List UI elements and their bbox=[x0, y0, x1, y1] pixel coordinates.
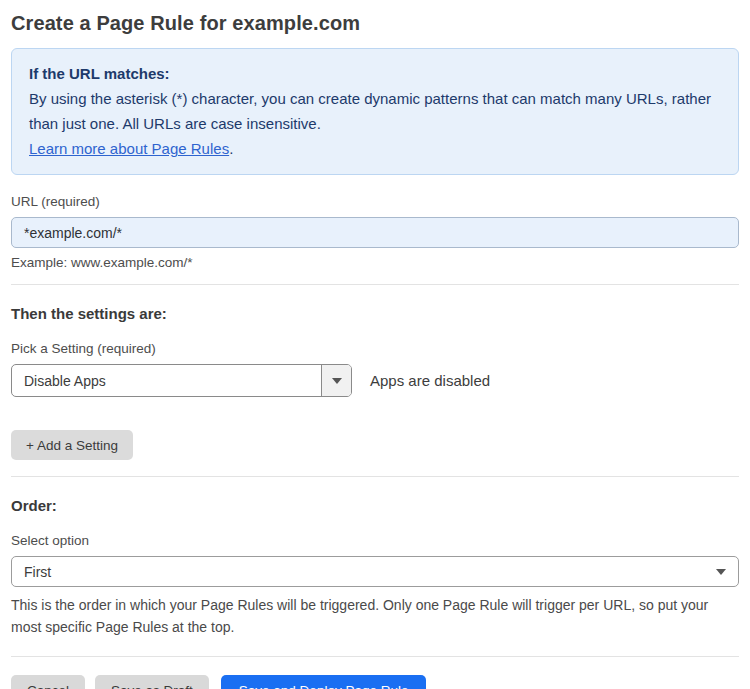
setting-row: Disable Apps Apps are disabled bbox=[11, 364, 739, 397]
info-box-body: By using the asterisk (*) character, you… bbox=[29, 86, 721, 136]
info-box-heading: If the URL matches: bbox=[29, 61, 721, 86]
setting-status-text: Apps are disabled bbox=[370, 372, 490, 389]
setting-dropdown[interactable]: Disable Apps bbox=[11, 364, 352, 397]
order-select-value: First bbox=[24, 564, 51, 580]
url-example-text: Example: www.example.com/* bbox=[11, 255, 739, 270]
caret-down-icon bbox=[332, 378, 342, 384]
add-setting-button[interactable]: + Add a Setting bbox=[11, 430, 133, 460]
order-section-heading: Order: bbox=[11, 497, 739, 514]
save-as-draft-button[interactable]: Save as Draft bbox=[95, 675, 209, 689]
settings-section-heading: Then the settings are: bbox=[11, 305, 739, 322]
link-period: . bbox=[229, 140, 233, 157]
action-button-row: Cancel Save as Draft Save and Deploy Pag… bbox=[11, 675, 739, 689]
url-field-label: URL (required) bbox=[11, 194, 739, 209]
save-and-deploy-button[interactable]: Save and Deploy Page Rule bbox=[221, 675, 427, 689]
cancel-button[interactable]: Cancel bbox=[11, 675, 85, 689]
caret-down-icon bbox=[716, 569, 726, 575]
divider bbox=[11, 284, 739, 285]
order-select[interactable]: First bbox=[11, 556, 739, 587]
url-match-info-box: If the URL matches: By using the asteris… bbox=[11, 48, 739, 175]
url-input[interactable] bbox=[11, 217, 739, 248]
setting-dropdown-caret-button[interactable] bbox=[321, 365, 351, 396]
divider bbox=[11, 656, 739, 657]
learn-more-link[interactable]: Learn more about Page Rules bbox=[29, 140, 229, 157]
info-box-link-line: Learn more about Page Rules. bbox=[29, 136, 721, 161]
pick-setting-label: Pick a Setting (required) bbox=[11, 341, 739, 356]
setting-dropdown-value: Disable Apps bbox=[12, 365, 321, 396]
page-title: Create a Page Rule for example.com bbox=[11, 10, 739, 36]
divider bbox=[11, 476, 739, 477]
create-page-rule-panel: Create a Page Rule for example.com If th… bbox=[0, 0, 750, 689]
order-help-text: This is the order in which your Page Rul… bbox=[11, 594, 739, 638]
select-option-label: Select option bbox=[11, 533, 739, 548]
